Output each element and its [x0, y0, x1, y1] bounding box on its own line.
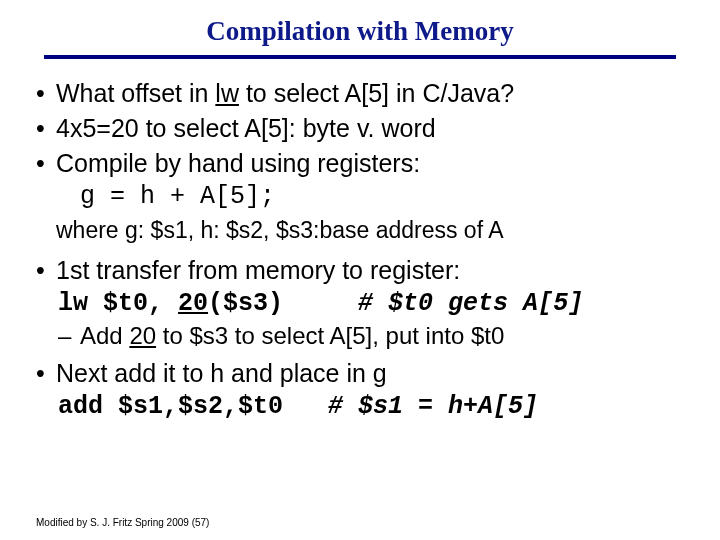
bullet-list: What offset in lw to select A[5] in C/Ja…: [20, 77, 700, 180]
sub-bullet-list: Add 20 to $s3 to select A[5], put into $…: [58, 320, 700, 351]
text: to $s3 to select A[5], put into $t0: [156, 322, 504, 349]
footer-attribution: Modified by S. J. Fritz Spring 2009 (57): [36, 517, 209, 528]
text: Add: [80, 322, 129, 349]
text: ($s3): [208, 289, 283, 318]
bullet-list-3: Next add it to h and place in g: [20, 357, 700, 390]
add-instruction: add $s1,$s2,$t0 # $s1 = h+A[5]: [58, 392, 700, 421]
add-comment: # $s1 = h+A[5]: [328, 392, 538, 421]
text: What offset in: [56, 79, 215, 107]
lw-instruction: lw $t0, 20($s3) # $t0 gets A[5]: [58, 289, 700, 318]
slide: Compilation with Memory What offset in l…: [0, 0, 720, 540]
sub-bullet-add-offset: Add 20 to $s3 to select A[5], put into $…: [58, 320, 700, 351]
bullet-next-add: Next add it to h and place in g: [36, 357, 690, 390]
bullet-compile-by-hand: Compile by hand using registers:: [36, 147, 690, 180]
bullet-byte-vs-word: 4x5=20 to select A[5]: byte v. word: [36, 112, 690, 145]
offset-underlined: 20: [178, 289, 208, 318]
lw-underlined: lw: [215, 79, 239, 107]
text: lw $t0,: [58, 289, 163, 318]
twenty-underlined: 20: [129, 322, 156, 349]
bullet-offset-question: What offset in lw to select A[5] in C/Ja…: [36, 77, 690, 110]
register-mapping: where g: $s1, h: $s2, $s3:base address o…: [56, 217, 700, 244]
slide-title: Compilation with Memory: [20, 16, 700, 47]
bullet-list-2: 1st transfer from memory to register:: [20, 254, 700, 287]
title-underline: [44, 55, 676, 59]
lw-comment: # $t0 gets A[5]: [358, 289, 583, 318]
text: to select A[5] in C/Java?: [239, 79, 514, 107]
text: add $s1,$s2,$t0: [58, 392, 283, 421]
bullet-first-transfer: 1st transfer from memory to register:: [36, 254, 690, 287]
code-assignment: g = h + A[5];: [80, 182, 700, 211]
